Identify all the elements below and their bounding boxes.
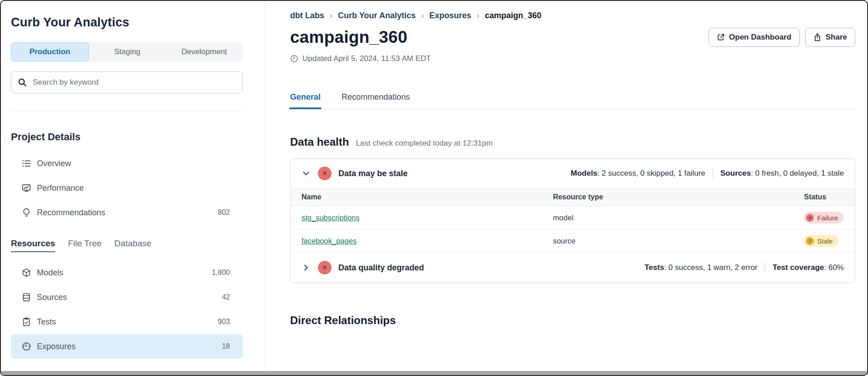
resources-nav: Models 1,800 Sources 42 [11, 260, 243, 359]
page-tabs: General Recommendations [290, 92, 855, 109]
chart-monitor-icon [22, 183, 31, 193]
external-link-icon [717, 33, 725, 41]
stale-section-stats: Models: 2 success, 0 skipped, 1 failure … [571, 168, 844, 178]
table-row: stg_subscriptions model ✕ Failure [291, 206, 855, 229]
sidebar-item-recommendations[interactable]: Recommendations 802 [11, 200, 243, 225]
env-tab-development[interactable]: Development [166, 42, 243, 61]
share-button[interactable]: Share [805, 28, 855, 47]
sidebar-item-models[interactable]: Models 1,800 [11, 260, 243, 285]
tab-file-tree[interactable]: File Tree [68, 239, 102, 252]
project-details-heading: Project Details [11, 131, 243, 143]
models-stats-label: Models [571, 169, 597, 178]
sidebar-item-label: Sources [37, 293, 67, 302]
share-icon [813, 33, 822, 41]
resource-view-tabs: Resources File Tree Database [11, 239, 243, 252]
resource-type-cell: source [553, 229, 804, 253]
coverage-stats-label: Test coverage [772, 263, 824, 272]
x-circle-icon: ✕ [806, 214, 814, 222]
search-icon [18, 78, 27, 87]
search-box[interactable] [11, 71, 243, 93]
status-badge-label: Stale [817, 237, 832, 245]
sidebar-item-label: Overview [37, 159, 71, 168]
breadcrumb-item-project[interactable]: Curb Your Analytics [338, 11, 416, 20]
sources-stats-value: : 0 fresh, 0 delayed, 1 stale [751, 169, 844, 178]
page-title: campaign_360 [290, 28, 407, 47]
sidebar-item-performance[interactable]: Performance [11, 176, 243, 200]
clipboard-check-icon [22, 317, 31, 326]
quality-section-title: Data quality degraded [338, 263, 424, 273]
env-tab-production[interactable]: Production [11, 42, 89, 61]
updated-text: Updated April 5, 2024, 11:53 AM EDT [302, 54, 431, 63]
sidebar-item-count: 903 [218, 318, 230, 326]
sidebar: Curb Your Analytics Production Staging D… [1, 1, 265, 375]
sidebar-item-tests[interactable]: Tests 903 [11, 310, 243, 334]
column-header-status: Status [804, 188, 855, 206]
gauge-icon [22, 342, 31, 351]
direct-relationships-title: Direct Relationships [290, 314, 855, 327]
list-icon [22, 159, 31, 168]
chevron-right-icon[interactable] [301, 263, 311, 272]
share-label: Share [826, 33, 847, 42]
column-header-resource-type: Resource type [553, 188, 804, 206]
breadcrumb-separator-icon: › [421, 11, 424, 20]
breadcrumb-separator-icon: › [477, 11, 480, 20]
sidebar-item-count: 42 [222, 293, 230, 301]
tab-general[interactable]: General [290, 92, 321, 109]
cube-icon [22, 268, 31, 277]
search-input[interactable] [32, 77, 236, 87]
stale-resources-table: Name Resource type Status stg_subscripti… [291, 188, 855, 253]
last-check-text: Last check completed today at 12:31pm [356, 139, 493, 148]
breadcrumb-item-current: campaign_360 [485, 11, 541, 20]
sidebar-item-exposures[interactable]: Exposures 18 [11, 334, 243, 359]
sidebar-item-label: Performance [37, 183, 84, 193]
tab-resources[interactable]: Resources [11, 239, 55, 252]
tests-stats-value: : 0 success, 1 warn, 2 error [664, 263, 757, 272]
stats-divider [713, 168, 713, 178]
tab-recommendations[interactable]: Recommendations [342, 92, 410, 109]
error-circle-icon: ✕ [318, 167, 332, 180]
window-bottom-bar [1, 371, 867, 375]
sidebar-item-label: Exposures [37, 342, 76, 351]
error-circle-icon: ✕ [318, 261, 332, 274]
sidebar-item-sources[interactable]: Sources 42 [11, 285, 243, 310]
app-window: Curb Your Analytics Production Staging D… [0, 0, 868, 376]
breadcrumb-item-dbt-labs[interactable]: dbt Labs [290, 11, 324, 20]
table-row: facebook_pages source ! Stale [291, 229, 855, 253]
sidebar-divider [11, 111, 243, 111]
table-header-row: Name Resource type Status [291, 188, 855, 206]
exclamation-circle-icon: ! [806, 237, 814, 245]
sidebar-item-count: 1,800 [212, 269, 230, 277]
open-dashboard-label: Open Dashboard [729, 33, 791, 42]
coverage-stats-value: : 60% [824, 263, 844, 272]
column-header-name: Name [291, 188, 553, 206]
resource-link-stg-subscriptions[interactable]: stg_subscriptions [301, 213, 359, 222]
project-title: Curb Your Analytics [11, 15, 243, 30]
breadcrumb: dbt Labs › Curb Your Analytics › Exposur… [290, 11, 855, 20]
open-dashboard-button[interactable]: Open Dashboard [709, 28, 800, 47]
chevron-down-icon[interactable] [301, 169, 311, 178]
sidebar-item-overview[interactable]: Overview [11, 151, 243, 176]
stale-section-header[interactable]: ✕ Data may be stale Models: 2 success, 0… [291, 159, 855, 188]
page-header: campaign_360 Open Dashboard [290, 28, 855, 47]
header-actions: Open Dashboard Share [709, 28, 855, 47]
environment-tabs: Production Staging Development [11, 42, 243, 61]
main-content: dbt Labs › Curb Your Analytics › Exposur… [265, 1, 867, 375]
tests-stats-label: Tests [644, 263, 664, 272]
quality-section-header[interactable]: ✕ Data quality degraded Tests: 0 success… [291, 253, 855, 283]
tab-database[interactable]: Database [114, 239, 151, 252]
lightbulb-icon [22, 208, 31, 217]
updated-timestamp: Updated April 5, 2024, 11:53 AM EDT [290, 54, 855, 63]
sidebar-item-label: Tests [37, 317, 56, 327]
breadcrumb-item-exposures[interactable]: Exposures [429, 11, 471, 20]
resource-type-cell: model [553, 206, 804, 229]
sidebar-item-count: 18 [222, 342, 230, 351]
models-stats-value: : 2 success, 0 skipped, 1 failure [597, 169, 705, 178]
resource-link-facebook-pages[interactable]: facebook_pages [301, 237, 357, 245]
quality-section-stats: Tests: 0 success, 1 warn, 2 error Test c… [644, 263, 844, 273]
stats-divider [765, 263, 765, 273]
env-tab-staging[interactable]: Staging [89, 42, 166, 61]
stale-section-title: Data may be stale [338, 169, 408, 178]
sidebar-item-label: Recommendations [37, 208, 105, 218]
breadcrumb-separator-icon: › [330, 11, 332, 20]
project-details-nav: Overview Performance [11, 151, 243, 225]
